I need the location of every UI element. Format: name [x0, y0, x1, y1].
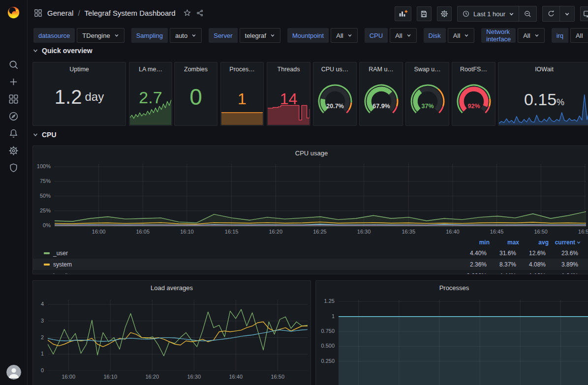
legend-series-name[interactable]: iowait — [53, 272, 68, 275]
y-axis-tick: 0.500 — [321, 343, 335, 349]
chevron-down-icon — [114, 33, 119, 38]
legend-row-system: system2.36%8.37%4.08%3.89% — [33, 259, 588, 270]
panel-cpu-usage: CPU usage 100%75%50%25%0% 16:0016:0516:1… — [32, 146, 588, 274]
panel-title[interactable]: CPU us… — [313, 66, 356, 73]
cpu-usage-legend-rows: _user4.40%31.6%12.6%23.6%system2.36%8.37… — [33, 247, 588, 274]
variable-value-dropdown[interactable]: All — [448, 28, 474, 43]
svg-text:20.7%: 20.7% — [326, 103, 343, 110]
refresh-interval-dropdown[interactable] — [559, 6, 574, 21]
panel-title[interactable]: LA me… — [129, 66, 172, 73]
y-axis-tick: 2 — [41, 334, 44, 340]
share-icon[interactable] — [196, 9, 204, 17]
panel-title[interactable]: CPU usage — [33, 149, 588, 157]
alerting-bell-icon[interactable] — [8, 128, 19, 139]
y-axis-tick: 25% — [40, 207, 51, 213]
panel-title[interactable]: RootFS… — [452, 66, 495, 73]
plus-icon[interactable] — [8, 76, 19, 88]
zoom-out-button[interactable] — [519, 6, 536, 21]
save-dashboard-button[interactable] — [417, 6, 432, 21]
legend-sort-min[interactable]: min — [460, 239, 490, 246]
chevron-down-icon — [576, 240, 581, 245]
variable-value-dropdown[interactable]: All — [518, 28, 544, 43]
search-icon[interactable] — [8, 59, 19, 70]
sparkline — [221, 111, 263, 125]
legend-series-swatch[interactable] — [44, 252, 50, 254]
admin-shield-icon[interactable] — [8, 162, 19, 174]
y-axis-tick: 0 — [41, 367, 44, 373]
panel-title[interactable]: Threads — [267, 66, 310, 73]
panel-processes: Processes 1.2510.7500.5000.250 — [315, 280, 588, 385]
grafana-logo[interactable] — [6, 5, 21, 20]
dashboard-settings-button[interactable] — [437, 6, 452, 21]
configuration-gear-icon[interactable] — [8, 145, 19, 156]
legend-value: 12.6% — [516, 250, 546, 257]
time-range-picker[interactable]: Last 1 hour — [458, 6, 519, 21]
panel-threads: Threads 14 — [267, 62, 310, 126]
cycle-view-mode-button[interactable] — [580, 6, 588, 21]
panel-title[interactable]: Swap u… — [406, 66, 449, 73]
legend-value: 0.696% — [457, 272, 487, 275]
legend-value: 4.40% — [457, 250, 487, 257]
panel-title[interactable]: Load averages — [33, 284, 310, 292]
legend-series-name[interactable]: system — [53, 261, 72, 268]
cpu-usage-chart[interactable]: 100%75%50%25%0% 16:0016:0516:1016:1516:2… — [37, 164, 586, 235]
breadcrumb-folder[interactable]: General — [47, 9, 73, 17]
refresh-group — [542, 6, 575, 22]
variable-value-dropdown[interactable]: All — [331, 28, 357, 43]
legend-series-name[interactable]: _user — [53, 250, 68, 257]
panel-title[interactable]: RAM u… — [360, 66, 402, 73]
x-axis-tick: 16:30 — [182, 374, 206, 380]
y-axis-tick: 100% — [37, 163, 51, 169]
section-quick-overview[interactable]: Quick overview — [32, 47, 93, 55]
x-axis-tick: 16:10 — [175, 229, 199, 235]
legend-value: 3.89% — [546, 261, 578, 268]
cpu-usage-legend-header: minmaxavgcurrent — [33, 237, 588, 247]
panel-ram-usage-gauge: RAM u… 67.9% — [359, 62, 403, 126]
panel-processes-stat: Proces… 1 — [220, 62, 264, 126]
chevron-down-icon — [564, 11, 570, 17]
stat-value: 0.15% — [498, 90, 588, 109]
legend-value: 4.08% — [516, 261, 546, 268]
legend-row-_user: _user4.40%31.6%12.6%23.6% — [33, 247, 588, 259]
variable-cpu: CPUAll — [365, 28, 417, 43]
section-cpu[interactable]: CPU — [32, 131, 57, 139]
explore-compass-icon[interactable] — [8, 111, 19, 122]
x-axis-tick: 16:55 — [573, 229, 588, 235]
legend-series-swatch[interactable] — [44, 264, 50, 266]
processes-chart[interactable]: 1.2510.7500.5000.250 — [319, 299, 588, 385]
refresh-button[interactable] — [543, 6, 559, 21]
variable-value-dropdown[interactable]: auto — [170, 28, 202, 43]
page-title: Telegraf System Dashboard — [85, 9, 176, 17]
legend-sort-avg[interactable]: avg — [519, 239, 549, 246]
legend-sort-max[interactable]: max — [490, 239, 519, 246]
panel-title[interactable]: Proces… — [221, 66, 263, 73]
panel-title[interactable]: Zombies — [175, 66, 217, 73]
user-avatar[interactable] — [6, 365, 21, 380]
variable-server: Servertelegraf — [209, 28, 280, 43]
dashboard-grid-icon[interactable] — [33, 8, 43, 18]
dashboards-icon[interactable] — [8, 93, 19, 105]
star-icon[interactable] — [183, 9, 191, 17]
y-axis-tick: 0.750 — [321, 328, 335, 334]
variable-value-dropdown[interactable]: TDengine — [77, 28, 124, 43]
variable-value-dropdown[interactable]: All — [390, 28, 416, 43]
load-averages-chart[interactable]: 43210 16:0016:1016:2016:3016:4016:50 — [36, 299, 308, 382]
variable-value-dropdown[interactable]: All — [570, 28, 588, 43]
time-range-label: Last 1 hour — [473, 10, 505, 18]
y-axis-tick: 0.250 — [321, 358, 335, 364]
panel-title[interactable]: IOWait — [498, 66, 588, 73]
panel-la-medium: LA me… 2.7 — [129, 62, 172, 126]
legend-value: 1.24% — [546, 272, 578, 275]
panel-title[interactable]: Uptime — [33, 66, 125, 73]
legend-sort-current[interactable]: current — [549, 239, 578, 246]
svg-text:67.9%: 67.9% — [372, 103, 390, 110]
panel-title[interactable]: Processes — [316, 284, 588, 292]
variable-value-dropdown[interactable]: telegraf — [240, 28, 280, 43]
x-axis-tick: 16:40 — [224, 374, 248, 380]
variable-label: Sampling — [131, 28, 168, 43]
y-axis-tick: 3 — [41, 318, 44, 324]
x-axis-tick: 16:35 — [397, 229, 420, 235]
chevron-down-icon — [509, 11, 514, 17]
variable-row: datasourceTDengineSamplingautoServertele… — [33, 28, 588, 43]
add-panel-button[interactable] — [395, 6, 411, 21]
